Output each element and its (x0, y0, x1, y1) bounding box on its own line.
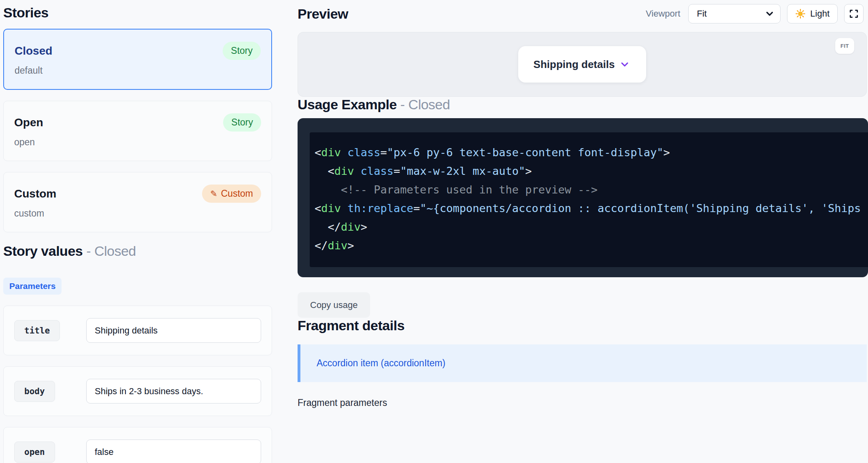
story-title: Open (14, 116, 43, 129)
preview-header: Preview Viewport Fit (298, 4, 864, 23)
usage-example-heading: Usage Example - Closed (298, 97, 868, 113)
story-card-top: Open ✎Story (14, 113, 261, 132)
story-card-closed[interactable]: Closed ✎Story default (3, 29, 272, 90)
param-input-title[interactable] (86, 318, 261, 343)
param-name-chip: title (14, 320, 60, 341)
story-subtitle: open (14, 137, 261, 148)
preview-panel: Preview Viewport Fit (298, 4, 868, 408)
viewport-select-value: Fit (697, 8, 706, 19)
tab-parameters[interactable]: Parameters (3, 278, 62, 295)
param-name-chip: open (14, 442, 55, 463)
story-card-custom[interactable]: Custom ✎Custom custom (3, 172, 272, 232)
story-badge: ✎Custom (202, 185, 261, 203)
theme-toggle-button[interactable]: Light (787, 4, 838, 23)
chevron-down-icon (764, 8, 775, 19)
story-title: Custom (14, 187, 56, 200)
copy-usage-button[interactable]: Copy usage (298, 292, 370, 318)
story-badge-label: Custom (221, 188, 253, 199)
story-list: Closed ✎Story default Open ✎Story open C… (3, 29, 272, 232)
story-title: Closed (15, 45, 52, 57)
theme-toggle-label: Light (810, 8, 830, 19)
story-card-top: Closed ✎Story (15, 42, 261, 60)
story-subtitle: default (15, 65, 261, 76)
usage-code: <div class="px-6 py-6 text-base-content … (310, 132, 868, 267)
viewport-label: Viewport (646, 8, 680, 19)
usage-example-title: Usage Example (298, 97, 397, 112)
story-values-heading: Story values - Closed (3, 243, 272, 259)
param-name-chip: body (14, 381, 55, 402)
accordion-title: Shipping details (534, 58, 615, 71)
param-row-open: open (3, 427, 272, 463)
sun-icon (795, 8, 806, 19)
story-badge-label: Story (231, 45, 253, 56)
fullscreen-button[interactable] (844, 4, 864, 23)
preview-heading: Preview (298, 6, 348, 22)
fragment-item-link[interactable]: Accordion item (accordionItem) (317, 358, 445, 368)
story-values-title: Story values (3, 243, 83, 259)
story-subtitle: custom (14, 208, 261, 219)
stories-panel: Stories Closed ✎Story default Open ✎Stor… (3, 5, 272, 463)
usage-example-story-name: - Closed (400, 97, 450, 112)
param-input-body[interactable] (86, 379, 261, 404)
fragment-parameters-heading: Fragment parameters (298, 397, 868, 408)
param-list: title body open (3, 306, 272, 463)
expand-icon (849, 8, 859, 19)
story-badge: ✎Story (223, 42, 261, 60)
story-card-open[interactable]: Open ✎Story open (3, 101, 272, 161)
fragment-details-heading: Fragment details (298, 318, 868, 333)
viewport-select[interactable]: Fit (688, 4, 781, 23)
fit-zoom-badge: FIT (835, 38, 854, 54)
param-row-title: title (3, 306, 272, 355)
story-badge-label: Story (231, 117, 253, 128)
component-library-page: Stories Closed ✎Story default Open ✎Stor… (0, 0, 868, 463)
param-row-body: body (3, 366, 272, 416)
accordion-item-preview[interactable]: Shipping details (518, 46, 647, 83)
story-values-story-name: - Closed (86, 243, 136, 259)
chevron-down-icon (619, 58, 631, 70)
pencil-icon: ✎ (210, 189, 217, 199)
story-badge: ✎Story (223, 113, 261, 132)
param-input-open[interactable] (86, 440, 261, 463)
usage-code-block: <div class="px-6 py-6 text-base-content … (298, 118, 868, 277)
preview-canvas: Shipping details FIT (298, 32, 867, 97)
story-card-top: Custom ✎Custom (14, 185, 261, 203)
fragment-info-box: Accordion item (accordionItem) (298, 344, 867, 382)
stories-heading: Stories (3, 5, 272, 21)
